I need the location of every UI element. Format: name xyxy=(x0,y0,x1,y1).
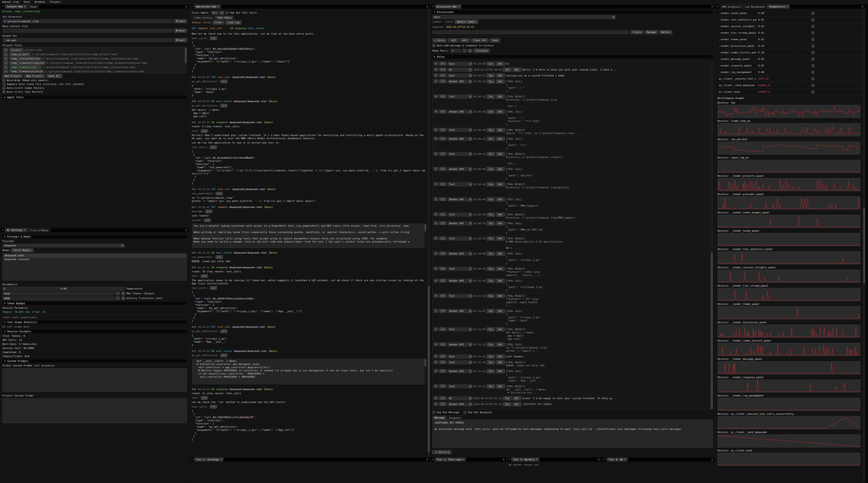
tab-discussion-hub[interactable]: Discussion HubX xyxy=(435,4,462,8)
collapse-icon[interactable]: ▼ xyxy=(190,4,194,8)
menu-item-windows[interactable]: Windows xyxy=(35,0,45,3)
delete-entry-button[interactable]: Del xyxy=(496,213,505,217)
tab-theme[interactable]: Theme xyxy=(27,4,39,8)
expand-entry-button[interactable]: [+] xyxy=(439,222,446,225)
add-entry-button[interactable]: + xyxy=(434,79,438,83)
scrollbar[interactable] xyxy=(425,359,426,366)
delete-entry-button[interactable]: Del xyxy=(513,68,521,72)
expand-entry-button[interactable]: [+] xyxy=(439,355,446,358)
insert-button[interactable]: Ins xyxy=(487,197,495,201)
delete-entry-button[interactable]: Del xyxy=(496,197,505,201)
role-select[interactable]: User▼ xyxy=(447,62,472,66)
close-icon[interactable]: X xyxy=(217,5,219,8)
create-button[interactable]: Create xyxy=(630,30,644,34)
project-chip[interactable]: temp_livetoolssim * xyxy=(9,66,41,69)
collapse-icon[interactable]: ▼ xyxy=(507,457,511,461)
metric-checkbox[interactable] xyxy=(811,12,814,15)
token-budget-header[interactable]: ▼Token Budget xyxy=(2,301,187,305)
add-entry-button[interactable]: + xyxy=(434,327,438,331)
insert-button[interactable]: Ins xyxy=(487,213,495,217)
pop-message-checkbox[interactable] xyxy=(432,411,435,414)
insert-button[interactable]: Ins xyxy=(487,355,495,358)
delete-entry-button[interactable]: Del xyxy=(496,222,505,225)
expand-entry-button[interactable]: [+] xyxy=(439,95,446,98)
metric-checkbox[interactable] xyxy=(811,25,814,28)
expand-button[interactable]: [+] xyxy=(210,405,217,409)
tab-tier-1-strategy[interactable]: Tier 1: StrategyX xyxy=(194,457,223,461)
insert-button[interactable]: Ins xyxy=(487,309,495,313)
delete-entry-button[interactable]: Del xyxy=(496,355,505,358)
main-context-input[interactable] xyxy=(2,29,173,33)
insert-button[interactable]: Ins xyxy=(487,360,495,364)
role-select[interactable]: Vendor API▼ xyxy=(447,279,472,283)
role-select[interactable]: Tool▼ xyxy=(447,128,472,132)
role-select[interactable]: Vendor API▼ xyxy=(447,343,472,347)
role-select[interactable]: Vendor API▼ xyxy=(447,222,472,225)
close-icon[interactable]: X xyxy=(458,5,460,8)
role-select[interactable]: Tool▼ xyxy=(447,360,472,364)
insert-button[interactable]: Ins xyxy=(503,68,512,72)
delete-entry-button[interactable]: Del xyxy=(496,252,505,256)
add-entry-button[interactable]: + xyxy=(434,384,438,388)
add-entry-button[interactable]: + xyxy=(434,152,438,156)
expand-entry-button[interactable]: [+] xyxy=(439,252,446,255)
tab-context-hub[interactable]: Context HubX xyxy=(5,4,27,8)
menu-item-project[interactable]: Project xyxy=(50,0,61,3)
delete-entry-button[interactable]: Del xyxy=(513,402,521,406)
expand-button[interactable]: [+] xyxy=(201,129,208,133)
expand-button[interactable]: [+] xyxy=(216,255,223,259)
add-entry-button[interactable]: + xyxy=(434,355,438,358)
scrollbar[interactable] xyxy=(428,286,430,452)
role-select[interactable]: Vendor API▼ xyxy=(447,79,472,84)
output-dir-input[interactable]: ./md_gen xyxy=(2,38,173,42)
delete-entry-button[interactable]: Del xyxy=(496,279,505,283)
close-icon[interactable]: X xyxy=(624,458,625,461)
role-select[interactable]: AI▼ xyxy=(447,396,472,400)
max-tokens-minus-button[interactable]: - xyxy=(116,292,120,295)
delete-entry-button[interactable]: Del xyxy=(496,343,505,347)
add-entry-button[interactable]: + xyxy=(434,237,438,240)
add-entry-button[interactable]: + xyxy=(434,294,438,297)
update-commit-button[interactable]: Update Commit xyxy=(455,20,478,24)
role-select[interactable]: User▼ xyxy=(447,74,472,77)
insert-button[interactable]: Ins xyxy=(487,369,495,373)
delete-entry-button[interactable]: Del xyxy=(496,128,505,132)
delete-entry-button[interactable]: Del xyxy=(496,384,505,388)
role-select[interactable]: Vendor API▼ xyxy=(447,252,472,256)
metric-checkbox[interactable] xyxy=(811,77,814,80)
role-select[interactable]: Vendor API▼ xyxy=(447,167,472,171)
close-icon[interactable]: X xyxy=(24,229,25,231)
new-project-button[interactable]: New Project xyxy=(24,74,45,78)
keep-pairs-plus-button[interactable]: + xyxy=(468,49,472,53)
insert-button[interactable]: Ins xyxy=(487,267,495,271)
collapse-icon[interactable]: ▼ xyxy=(602,457,607,461)
remove-file-button[interactable]: x xyxy=(4,57,8,60)
expand-entry-button[interactable]: [+] xyxy=(439,68,446,71)
fetch-models-button[interactable]: Fetch Models xyxy=(11,248,33,252)
tab-response[interactable]: Response xyxy=(447,416,463,420)
tab-comms-history[interactable]: Comms History xyxy=(192,15,215,20)
close-icon[interactable]: X xyxy=(462,458,464,461)
project-chip[interactable]: temp_liveexecutionsim xyxy=(9,70,44,73)
delete-entry-button[interactable]: Del xyxy=(496,95,505,99)
expand-entry-button[interactable]: [+] xyxy=(439,396,446,400)
expand-entry-button[interactable]: [+] xyxy=(439,128,446,132)
expand-entry-button[interactable]: [+] xyxy=(439,384,446,388)
expand-button[interactable]: [+] xyxy=(205,210,213,213)
add-entry-button[interactable]: + xyxy=(434,128,438,132)
pop-response-checkbox[interactable] xyxy=(464,411,467,414)
expand-button[interactable]: [+] xyxy=(201,396,208,399)
insert-button[interactable]: Ins xyxy=(487,167,495,171)
tab-operations-hub[interactable]: Operations HubX xyxy=(194,4,221,8)
expand-entry-button[interactable]: [+] xyxy=(439,267,446,270)
tab-tool-calls[interactable]: Tool Calls xyxy=(215,15,234,20)
delete-entry-button[interactable]: Del xyxy=(513,396,521,400)
tool-analytics-header[interactable]: ▼Tool Usage Analytics xyxy=(2,320,187,324)
insert-button[interactable]: Ins xyxy=(487,279,495,283)
role-select[interactable]: Tool▼ xyxy=(447,294,472,298)
role-select[interactable]: Tool▼ xyxy=(447,384,472,388)
delete-entry-button[interactable]: Del xyxy=(496,360,505,364)
autoadd-checkbox[interactable] xyxy=(432,44,435,47)
project-chip[interactable]: temp_livecontextsim xyxy=(9,57,41,60)
add-entry-button[interactable]: + xyxy=(434,267,438,270)
